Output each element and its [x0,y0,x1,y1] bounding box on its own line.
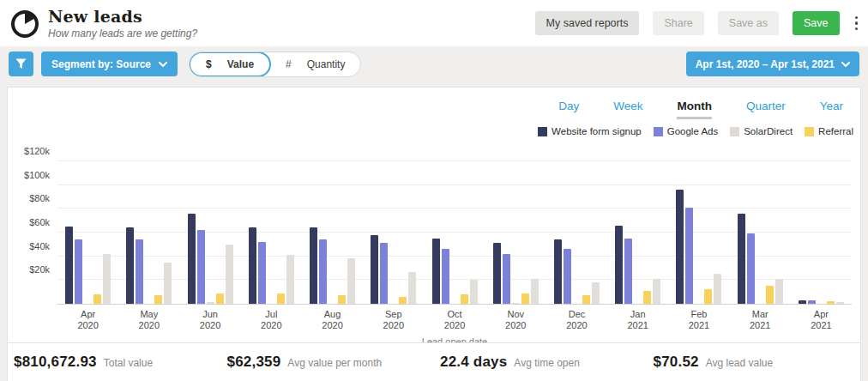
x-tick-label: Sep2020 [363,309,424,331]
kebab-menu-icon[interactable] [853,13,860,34]
bar-referral [461,294,468,304]
bar-website-form-signup [188,214,196,304]
bar-referral [93,294,101,304]
bar-website-form-signup [676,190,684,304]
stat-value: $70.52 [654,354,699,371]
share-button[interactable]: Share [653,11,703,35]
stat-value: $62,359 [227,354,281,371]
funnel-icon [15,58,27,70]
bar-website-form-signup [371,235,378,304]
toggle-quantity[interactable]: # Quantity [270,52,360,76]
toggle-value-label: Value [227,58,254,70]
bar-google-ads [564,249,571,304]
bar-group-dec-2020 [546,162,607,304]
tab-quarter[interactable]: Quarter [746,100,786,119]
legend-item: Google Ads [654,126,718,136]
y-tick-label: $40k [10,241,50,251]
bar-group-feb-2021 [668,162,729,304]
hash-icon: # [286,58,292,70]
bar-group-apr-2020 [57,162,118,304]
bar-referral [643,291,651,304]
x-tick-label: Aug2020 [302,309,363,331]
x-tick-label: May2020 [118,309,179,331]
save-button[interactable]: Save [793,11,840,35]
y-tick-label: $100k [10,170,50,180]
stat-value: $810,672.93 [14,354,97,371]
tab-month[interactable]: Month [677,100,711,119]
legend-item: Website form signup [538,126,642,136]
bar-group-jun-2020 [179,162,240,304]
bar-solardirect [653,279,660,304]
bar-unlabeled-gray [207,302,214,304]
bar-referral [216,293,224,304]
bar-referral [154,295,162,304]
bar-solardirect [408,272,416,304]
header-actions: My saved reports Share Save as Save [535,11,859,35]
bar-website-form-signup [554,239,562,304]
stat-value: 22.4 days [440,354,507,371]
gridline [57,160,852,161]
x-tick-label: Nov2020 [485,309,546,331]
x-tick-label: Dec2020 [546,309,607,331]
bar-referral [766,286,774,304]
y-tick-label: $80k [10,193,50,203]
bar-solardirect [836,302,844,304]
bar-solardirect [286,255,294,304]
stat-avg-value-per-month: $62,359Avg value per month [221,354,435,371]
x-tick-label: Jan2021 [607,309,668,331]
chart-card: DayWeekMonthQuarterYear Website form sig… [7,87,861,381]
bar-website-form-signup [493,243,501,304]
bar-groups [57,162,852,304]
date-range-label: Apr 1st, 2020 – Apr 1st, 2021 [696,58,835,70]
x-tick-label: Jul2020 [241,309,302,331]
toggle-value[interactable]: $ Value [189,51,271,77]
legend-swatch [805,127,814,136]
page-subtitle: How many leads are we getting? [48,27,535,39]
y-tick-label: $20k [10,264,50,275]
bar-google-ads [75,239,82,304]
header: New leads How many leads are we getting?… [0,0,868,46]
legend-swatch [730,127,739,136]
x-tick-label: Feb2021 [668,309,729,331]
y-tick-label: $60k [10,217,50,227]
bar-website-form-signup [615,226,623,304]
tab-day[interactable]: Day [558,100,579,119]
date-range-dropdown[interactable]: Apr 1st, 2020 – Apr 1st, 2021 [686,51,859,76]
filter-button[interactable] [9,51,33,76]
bar-google-ads [503,254,510,304]
legend-item: SolarDirect [730,126,793,136]
tab-week[interactable]: Week [613,100,642,119]
legend-label: Referral [818,126,853,136]
bar-google-ads [747,233,755,304]
bar-website-form-signup [126,227,134,304]
bar-group-jul-2020 [241,162,302,304]
bar-google-ads [136,239,143,304]
bar-solardirect [531,279,539,304]
bar-group-nov-2020 [485,162,546,304]
chevron-down-icon [159,62,167,67]
bar-website-form-signup [432,239,440,304]
bar-solardirect [164,263,172,304]
toggle-quantity-label: Quantity [307,58,346,70]
stat-total-value: $810,672.93Total value [8,354,221,371]
my-saved-reports-button[interactable]: My saved reports [535,11,640,35]
stat-label: Avg value per month [287,357,382,369]
legend-swatch [654,127,663,136]
stat-avg-lead-value: $70.52Avg lead value [648,354,861,371]
bar-solardirect [714,274,721,304]
x-tick-label: Apr2020 [57,309,118,331]
bar-google-ads [624,239,632,304]
bar-solardirect [775,279,783,304]
filter-bar: Segment by: Source $ Value # Quantity Ap… [0,46,868,82]
bar-solardirect [470,280,478,304]
tab-year[interactable]: Year [820,100,843,119]
bar-referral [338,295,346,304]
segment-by-dropdown[interactable]: Segment by: Source [41,51,178,76]
bar-solardirect [347,258,355,304]
bar-group-may-2020 [118,162,179,304]
bar-google-ads [258,242,266,304]
bar-solardirect [226,245,233,304]
save-as-button[interactable]: Save as [718,11,779,35]
bar-google-ads [319,239,327,304]
bar-group-sep-2020 [363,162,424,304]
